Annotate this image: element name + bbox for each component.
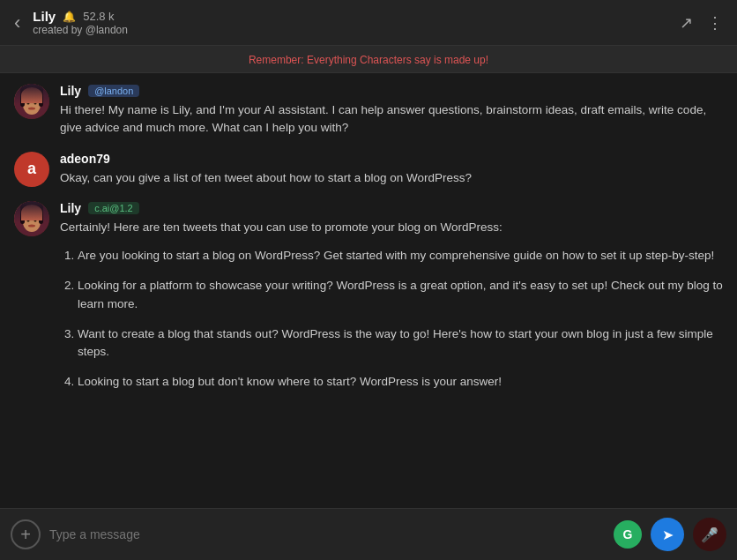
notice-bar: Remember: Everything Characters say is m…	[0, 46, 737, 73]
avatar-user: a	[14, 152, 49, 187]
svg-point-11	[23, 213, 41, 232]
svg-rect-4	[20, 94, 25, 107]
message-content-lily-1: Lily @landon Hi there! My name is Lily, …	[60, 84, 723, 138]
message-header-lily-1: Lily @landon	[60, 84, 723, 98]
created-by-label: created by	[33, 24, 82, 36]
svg-point-7	[34, 102, 37, 105]
svg-point-16	[34, 219, 37, 221]
message-sender-lily-2: Lily	[60, 201, 81, 215]
svg-rect-3	[20, 84, 43, 96]
svg-rect-14	[39, 212, 43, 224]
tweet-list: Are you looking to start a blog on WordP…	[60, 247, 723, 392]
message-content-user-1: adeon79 Okay, can you give a list of ten…	[60, 152, 723, 187]
input-area: + G ➤ 🎤	[0, 508, 737, 560]
svg-point-2	[23, 95, 41, 115]
message-user-1: a adeon79 Okay, can you give a list of t…	[14, 152, 723, 187]
chat-area: Lily @landon Hi there! My name is Lily, …	[0, 73, 737, 508]
mic-icon: 🎤	[701, 526, 718, 543]
svg-rect-13	[20, 212, 25, 224]
notice-text: Remember: Everything Characters say is m…	[249, 54, 488, 66]
add-attachment-button[interactable]: +	[11, 519, 41, 549]
lily-2-intro: Certainly! Here are ten tweets that you …	[60, 220, 502, 234]
mic-button[interactable]: 🎤	[693, 518, 726, 551]
message-text-lily-1: Hi there! My name is Lily, and I'm your …	[60, 101, 723, 138]
message-text-user-1: Okay, can you give a list of ten tweet a…	[60, 169, 723, 187]
message-lily-2: Lily c.ai@1.2 Certainly! Here are ten tw…	[14, 201, 723, 404]
lily-tag-landon: @landon	[88, 85, 139, 97]
message-text-lily-2: Certainly! Here are ten tweets that you …	[60, 219, 723, 392]
avatar-lily-image	[14, 84, 49, 119]
avatar-lily-image-2	[14, 201, 49, 236]
header: ‹ Lily 🔔 52.8 k created by @landon ↗ ⋮	[0, 0, 737, 46]
avatar-lily-2	[14, 201, 49, 236]
message-sender-user-1: adeon79	[60, 152, 110, 166]
svg-point-15	[27, 219, 30, 221]
svg-point-17	[28, 224, 35, 227]
share-button[interactable]: ↗	[680, 13, 693, 33]
header-actions: ↗ ⋮	[680, 13, 723, 33]
g-button[interactable]: G	[614, 520, 642, 549]
header-name-row: Lily 🔔 52.8 k	[33, 9, 680, 24]
svg-point-10	[20, 203, 43, 220]
message-sender-lily-1: Lily	[60, 84, 81, 98]
message-header-lily-2: Lily c.ai@1.2	[60, 201, 723, 215]
list-item: Are you looking to start a blog on WordP…	[78, 247, 723, 265]
message-content-lily-2: Lily c.ai@1.2 Certainly! Here are ten tw…	[60, 201, 723, 404]
send-button[interactable]: ➤	[651, 518, 684, 551]
list-item: Looking for a platform to showcase your …	[78, 277, 723, 313]
avatar-lily	[14, 84, 49, 119]
list-item: Looking to start a blog but don't know w…	[78, 373, 723, 391]
message-header-user-1: adeon79	[60, 152, 723, 166]
list-item: Want to create a blog that stands out? W…	[78, 325, 723, 362]
g-label: G	[623, 527, 633, 541]
creator-name: @landon	[86, 24, 128, 36]
svg-point-6	[27, 102, 30, 105]
followers-icon: 🔔	[63, 11, 76, 23]
svg-point-8	[28, 108, 35, 110]
send-icon: ➤	[662, 526, 674, 543]
svg-point-1	[20, 86, 43, 103]
lily-tag-cal: c.ai@1.2	[88, 202, 139, 214]
followers-count: 52.8 k	[83, 10, 114, 23]
more-button[interactable]: ⋮	[707, 13, 723, 33]
character-name: Lily	[33, 9, 56, 24]
character-info: Lily 🔔 52.8 k created by @landon	[33, 9, 680, 36]
header-created: created by @landon	[33, 24, 680, 36]
message-input[interactable]	[49, 527, 605, 541]
message-lily-1: Lily @landon Hi there! My name is Lily, …	[14, 84, 723, 138]
add-icon: +	[20, 525, 31, 545]
back-button[interactable]: ‹	[14, 11, 20, 34]
svg-rect-5	[39, 94, 43, 107]
svg-rect-12	[20, 201, 43, 213]
